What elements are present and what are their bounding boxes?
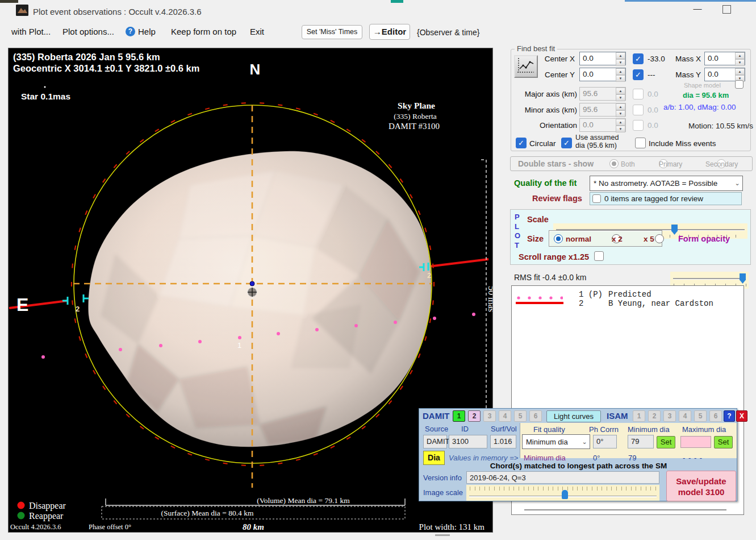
app-icon — [16, 5, 28, 16]
find-best-fit-title: Find best fit — [515, 44, 557, 53]
quality-dropdown[interactable]: * No astrometry. AOTA2B = Possible ⌄ — [590, 176, 743, 191]
star-dot — [44, 86, 46, 88]
east-label: E — [16, 294, 28, 315]
north-label: N — [250, 61, 261, 78]
menu-help[interactable]: Help — [138, 27, 156, 36]
form-opacity-slider-thumb[interactable] — [740, 273, 746, 284]
scale-label: Scale — [527, 215, 549, 224]
image-scale-slider-thumb[interactable] — [562, 490, 568, 499]
light-curves-button[interactable]: Light curves — [546, 410, 601, 422]
review-flags-label: Review flags — [532, 194, 582, 203]
scroll-range-checkbox[interactable] — [594, 251, 604, 261]
size-normal-radio[interactable] — [554, 234, 563, 243]
orientation-spinner: 0.0▲▼ — [579, 118, 626, 132]
mass-x-spinner[interactable]: 0.0▲▼ — [704, 52, 745, 65]
damit-model-4-button[interactable]: 4 — [499, 410, 511, 422]
isam-6-button[interactable]: 6 — [709, 410, 722, 422]
sky-plane-model: DAMIT #3100 — [389, 122, 440, 131]
isam-5-button[interactable]: 5 — [694, 410, 707, 422]
major-axis-fit-checkbox[interactable] — [633, 89, 644, 99]
center-x-spinner[interactable]: 0.0▲▼ — [579, 52, 626, 65]
orientation-fit-checkbox[interactable] — [633, 120, 644, 131]
circular-label: Circular — [529, 139, 556, 148]
scale-bar-label: 80 km — [243, 522, 264, 531]
help-icon[interactable]: ? — [126, 27, 135, 36]
background-window-edge-blue — [625, 0, 756, 2]
center-y-spinner[interactable]: 0.0▲▼ — [579, 68, 626, 81]
damit-model-5-button[interactable]: 5 — [514, 410, 527, 422]
ph-corrn-field: 0° — [593, 435, 617, 448]
version-info-field[interactable]: 2019-06-24, Q=3 — [466, 471, 659, 484]
set-max-dia-button[interactable]: Set — [714, 436, 733, 448]
damit-help-button[interactable]: ? — [724, 410, 735, 422]
center-x-fit-value: -33.0 — [648, 55, 665, 63]
memory-ph-corrn: 0° — [593, 454, 600, 462]
size-normal-label: normal — [566, 235, 591, 243]
review-flags-field: 0 items are tagged for review — [590, 192, 742, 205]
center-dot — [250, 281, 254, 286]
minor-axis-spinner: 95.6▲▼ — [579, 103, 626, 117]
menu-with-plot[interactable]: with Plot... — [11, 27, 51, 36]
values-in-memory-label: Values in memory => — [449, 454, 518, 462]
legend-row-num: 2 — [579, 299, 583, 308]
isam-2-button[interactable]: 2 — [648, 410, 661, 422]
size-x5-radio[interactable] — [655, 234, 664, 243]
isam-1-button[interactable]: 1 — [633, 410, 645, 422]
maximize-button[interactable] — [722, 5, 731, 14]
motion-readout: Motion: 10.55 km/s — [688, 122, 753, 130]
save-update-model-button[interactable]: Save/updatemodel 3100 — [666, 471, 736, 501]
minimize-button[interactable]: — — [689, 3, 706, 17]
mass-y-label: Mass Y — [673, 70, 701, 79]
scroll-range-label: Scroll range x1.25 — [519, 252, 589, 261]
mass-x-label: Mass X — [673, 55, 701, 63]
plot-vertical-label: PL OT — [515, 213, 520, 250]
legend-scrollbar[interactable] — [524, 509, 726, 510]
scale-slider-thumb[interactable] — [671, 225, 678, 235]
editor-button[interactable]: →Editor — [369, 24, 410, 40]
shape-model-checkbox[interactable] — [735, 80, 744, 89]
circular-checkbox[interactable] — [516, 138, 527, 148]
damit-model-3-button[interactable]: 3 — [483, 410, 496, 422]
damit-panel: DAMIT 1 2 3 4 5 6 Light curves ISAM 1 2 … — [419, 408, 737, 501]
mass-y-spinner[interactable]: 0.0▲▼ — [704, 68, 745, 81]
fit-quality-dropdown[interactable]: Minimum dia ⌄ — [522, 434, 590, 449]
reappear-dot-icon — [18, 512, 25, 520]
size-x2-label: x 2 — [612, 235, 623, 243]
chevron-down-icon: ⌄ — [732, 180, 742, 187]
set-min-dia-button[interactable]: Set — [657, 436, 675, 448]
set-miss-times-button[interactable]: Set 'Miss' Times — [302, 25, 362, 39]
damit-close-button[interactable]: X — [736, 410, 747, 422]
isam-3-button[interactable]: 3 — [663, 410, 676, 422]
damit-model-1-button[interactable]: 1 — [453, 410, 465, 422]
dia-readout: dia = 95.6 km — [683, 91, 729, 99]
isam-4-button[interactable]: 4 — [679, 410, 691, 422]
menu-exit[interactable]: Exit — [250, 27, 264, 36]
isam-title: ISAM — [607, 411, 628, 421]
volume-dia-label: (Volume) Mean dia = 79.1 km — [257, 496, 350, 505]
memory-fit-quality: Minimum dia — [524, 454, 566, 462]
double-stars-title: Double stars - show — [518, 159, 594, 168]
min-dia-header: Minimum dia — [628, 425, 670, 434]
major-axis-label: Major axis (km) — [524, 90, 577, 98]
sky-plane-label: Sky Plane — [398, 101, 435, 110]
use-assumed-dia-checkbox[interactable] — [561, 138, 572, 148]
minor-axis-fit-value: 0.0 — [648, 106, 658, 114]
center-y-fit-value: --- — [648, 70, 655, 79]
menu-keep-on-top[interactable]: Keep form on top — [171, 27, 236, 36]
image-scale-slider[interactable] — [466, 485, 659, 501]
resize-grip[interactable] — [435, 534, 450, 536]
center-y-fit-checkbox[interactable] — [633, 69, 644, 80]
fit-quality-header: Fit quality — [533, 425, 565, 434]
damit-model-6-button[interactable]: 6 — [529, 410, 542, 422]
legend-row-num: 1 (P) — [579, 290, 603, 299]
center-x-fit-checkbox[interactable] — [633, 53, 644, 64]
double-stars-both-radio[interactable] — [609, 159, 619, 168]
menu-plot-options[interactable]: Plot options... — [62, 27, 114, 36]
review-flags-checkbox[interactable] — [592, 194, 601, 203]
damit-model-2-button[interactable]: 2 — [468, 410, 481, 422]
include-miss-checkbox[interactable] — [635, 138, 646, 148]
minor-axis-fit-checkbox[interactable] — [633, 105, 644, 115]
surfvol-header: Surf/Vol — [491, 425, 517, 433]
id-header: ID — [461, 425, 469, 433]
include-miss-label: Include Miss events — [649, 139, 716, 148]
